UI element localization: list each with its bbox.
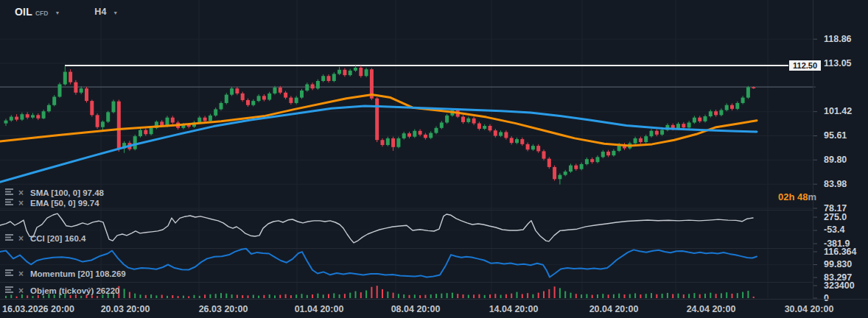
indicator-settings-icon[interactable] <box>5 199 15 208</box>
close-icon[interactable]: × <box>16 270 26 278</box>
axis-label: 89.80 <box>824 155 847 166</box>
chart-canvas[interactable] <box>0 0 868 318</box>
indicator-row-cci: × CCI [20] 160.4 <box>5 234 85 243</box>
close-icon[interactable]: × <box>16 199 26 208</box>
time-axis-label: 20.03 20:00 <box>101 304 150 314</box>
chevron-down-icon: ▼ <box>113 10 118 15</box>
axis-label: 116.364 <box>824 247 857 258</box>
chevron-down-icon: ▼ <box>55 10 60 15</box>
symbol-type-label: CFD <box>35 10 48 17</box>
indicator-label: Objem (tickový) 26220 <box>30 286 119 295</box>
time-axis-label: 30.04 20:00 <box>785 304 834 314</box>
price-axis[interactable]: 107.36 118.86113.05101.4295.6189.8083.98… <box>813 0 868 299</box>
indicator-label: SMA [100, 0] 97.48 <box>30 188 104 197</box>
indicator-row-sma: × SMA [100, 0] 97.48 <box>5 188 104 197</box>
price-alert-line-label[interactable]: 112.50 <box>789 60 821 71</box>
indicator-row-momentum: × Momentum [20] 108.269 <box>5 269 126 278</box>
indicator-settings-icon[interactable] <box>5 235 15 243</box>
time-axis-label: 16.03.2026 20:00 <box>2 304 74 314</box>
timeframe-label: H4 <box>94 7 106 17</box>
indicator-settings-icon[interactable] <box>5 270 15 278</box>
symbol-selector[interactable]: OIL CFD ▼ <box>15 6 60 18</box>
axis-label: 101.42 <box>824 106 852 117</box>
axis-label: 118.86 <box>824 34 852 45</box>
timeframe-selector[interactable]: H4 ▼ <box>60 7 118 17</box>
axis-label: 95.61 <box>824 130 847 141</box>
indicator-settings-icon[interactable] <box>5 189 15 197</box>
time-axis-label: 24.04 20:00 <box>687 304 736 314</box>
axis-label: 275.0 <box>824 212 847 223</box>
time-axis-label: 20.04 20:00 <box>589 304 639 314</box>
indicator-row-ema: × EMA [50, 0] 99.74 <box>5 199 99 208</box>
axis-label: -53.4 <box>824 225 845 236</box>
axis-label: 113.05 <box>824 58 852 69</box>
bar-countdown-timer: 02h 48m <box>744 191 816 202</box>
time-axis-label: 01.04 20:00 <box>295 304 344 314</box>
chart-toolbar: OIL CFD ▼ H4 ▼ <box>15 6 118 18</box>
time-axis-label: 26.03 20:00 <box>199 304 248 314</box>
indicator-label: CCI [20] 160.4 <box>30 234 85 243</box>
indicator-settings-icon[interactable] <box>5 287 15 295</box>
indicator-label: Momentum [20] 108.269 <box>30 269 126 278</box>
close-icon[interactable]: × <box>16 287 26 295</box>
axis-label: 323400 <box>824 280 855 292</box>
time-axis-label: 14.04 20:00 <box>489 304 539 314</box>
indicator-label: EMA [50, 0] 99.74 <box>30 199 99 208</box>
close-icon[interactable]: × <box>16 189 26 197</box>
time-axis[interactable]: 16.03.2026 20:0020.03 20:0026.03 20:0001… <box>0 299 868 318</box>
axis-label: 99.830 <box>824 259 852 270</box>
time-axis-label: 08.04 20:00 <box>391 304 441 314</box>
close-icon[interactable]: × <box>16 235 26 243</box>
axis-label: 83.98 <box>824 179 847 190</box>
trading-chart-window: OIL CFD ▼ H4 ▼ × SMA [100, 0] 97.48 × EM… <box>0 0 868 318</box>
symbol-name: OIL <box>15 6 32 18</box>
indicator-row-volume: × Objem (tickový) 26220 <box>5 286 119 295</box>
